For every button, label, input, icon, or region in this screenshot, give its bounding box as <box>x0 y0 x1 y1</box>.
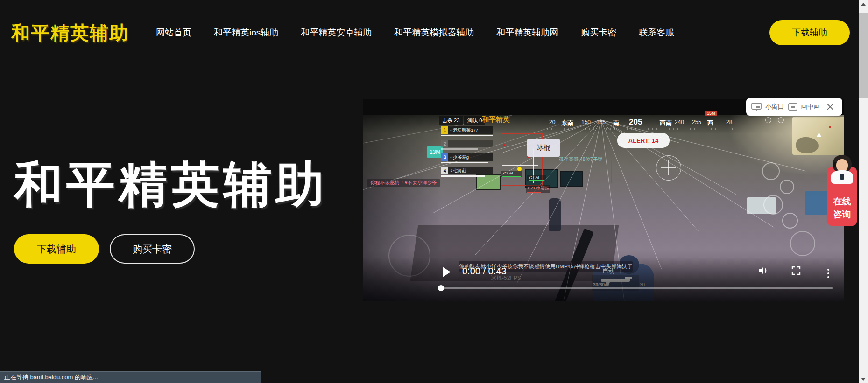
teammate-name: ♂老坛酸菜177 <box>448 126 493 134</box>
teammate-rank: 1 <box>441 126 448 134</box>
teammate-rank: 2 <box>441 140 448 147</box>
enemy-name-tag: 1:21 申请挂 <box>526 185 550 193</box>
scroll-up-button[interactable] <box>859 0 868 8</box>
center-info-text: 孤存哥哥 48位7子弹 <box>559 156 603 163</box>
arrow-up-icon <box>861 3 866 6</box>
pip-label[interactable]: 画中画 <box>801 103 820 111</box>
nav-item-ios[interactable]: 和平精英ios辅助 <box>214 27 278 39</box>
hud-button <box>782 213 798 229</box>
minimap <box>792 117 844 155</box>
minimap-player-marker <box>817 132 821 137</box>
play-icon[interactable] <box>443 267 451 277</box>
nav-item-contact[interactable]: 联系客服 <box>639 27 674 39</box>
compass-ticks <box>547 128 734 130</box>
small-window-label[interactable]: 小窗口 <box>765 103 784 111</box>
consult-label: 在线 咨询 <box>827 195 857 221</box>
compass-heading: 205 <box>629 118 642 127</box>
scrollbar[interactable] <box>859 0 868 383</box>
browser-status-bar: 正在等待 banti.baidu.com 的响应... <box>0 371 261 383</box>
nav-item-emulator[interactable]: 和平精英模拟器辅助 <box>394 27 474 39</box>
service-agent-avatar <box>831 155 853 184</box>
nav-item-android[interactable]: 和平精英安卓辅助 <box>301 27 372 39</box>
teammate-health <box>441 148 478 150</box>
volume-icon[interactable] <box>757 265 769 278</box>
hud-button <box>780 180 794 194</box>
headset-icon <box>833 162 836 167</box>
hero-buttons: 下载辅助 购买卡密 <box>14 234 195 264</box>
avatar-face <box>836 159 848 172</box>
compass-tick: 240 <box>675 119 684 125</box>
minimap-enemy-dot <box>829 126 831 128</box>
nav-item-home[interactable]: 网站首页 <box>156 27 191 39</box>
top-navbar: 和平精英辅助 网站首页 和平精英ios辅助 和平精英安卓辅助 和平精英模拟器辅助… <box>0 0 859 65</box>
site-logo[interactable]: 和平精英辅助 <box>11 20 129 46</box>
compass-w: 西 <box>707 119 713 127</box>
game-top-icons <box>765 117 784 123</box>
nav-item-network[interactable]: 和平精英辅助网 <box>496 27 558 39</box>
teammate-row: 4 ♀七贤莊 <box>441 167 493 177</box>
teammate-health <box>441 162 488 164</box>
teammate-rank: 3 <box>441 153 448 161</box>
crosshair-icon <box>656 155 681 181</box>
scroll-down-button[interactable] <box>859 375 868 383</box>
header-download-button[interactable]: 下载辅助 <box>769 20 850 45</box>
compass-distance-badge: 15M <box>705 111 717 116</box>
left-chat-overlay: 你程不谈感情！♥不要小洋少爷 <box>367 179 440 187</box>
emote-icon <box>765 117 771 123</box>
page: 和平精英辅助 网站首页 和平精英ios辅助 和平精英安卓辅助 和平精英模拟器辅助… <box>0 0 868 383</box>
settings-gear-icon <box>778 117 784 123</box>
video-controls-gradient <box>363 257 844 301</box>
teammate-name: ♀七贤莊 <box>448 167 493 174</box>
video-float-toolbar: 小窗口 画中画 <box>746 98 842 116</box>
teammate-rank: 4 <box>441 167 448 174</box>
nav-item-buy-card[interactable]: 购买卡密 <box>581 27 616 39</box>
compass-sw: 西南 <box>660 119 672 127</box>
compass-tick: 255 <box>692 119 701 125</box>
video-progress-bar[interactable] <box>440 287 833 289</box>
teammate-health <box>441 135 493 137</box>
hud-button <box>762 162 780 180</box>
enemy-health-tag: 7:7 AI <box>527 175 546 181</box>
enemy-health-tag: 7:7 AI <box>501 171 522 177</box>
pip-icon[interactable] <box>788 103 798 111</box>
consult-line1: 在线 <box>827 195 857 208</box>
esp-dot <box>503 144 505 146</box>
progress-handle[interactable] <box>438 285 444 291</box>
compass-s: 南 <box>613 119 619 127</box>
teammate-name: ♂少爷箱g <box>448 153 493 161</box>
hud-button <box>763 195 783 215</box>
cheat-alert-text: ALERT: 14 <box>628 137 658 144</box>
compass-tick: 165 <box>596 119 606 125</box>
teammate-distance-badge: 13M <box>427 146 443 158</box>
esp-enemy-box <box>614 165 625 184</box>
gameplay-video[interactable]: 击杀 23 淘汰 0 和平精英 20 东南 150 165 南 205 西南 2… <box>363 99 844 301</box>
hero-buy-card-button[interactable]: 购买卡密 <box>110 234 195 264</box>
main-nav: 网站首页 和平精英ios辅助 和平精英安卓辅助 和平精英模拟器辅助 和平精英辅助… <box>156 27 674 39</box>
compass-tick: 20 <box>549 119 555 125</box>
teammate-row: 3 ♂少爷箱g <box>441 153 493 163</box>
esp-label-box: 冰棍 <box>527 139 560 157</box>
arrow-down-icon <box>861 378 866 381</box>
hero-title: 和平精英辅助 <box>14 158 328 211</box>
compass-tick: 28 <box>726 119 732 125</box>
avatar-tie <box>840 174 844 180</box>
fullscreen-icon[interactable] <box>791 265 801 278</box>
cheat-alert-box: ALERT: 14 <box>617 133 670 148</box>
teammate-row: 1 ♂老坛酸菜177 <box>441 126 493 136</box>
teammate-name <box>448 140 493 147</box>
video-time: 0:00 / 0:43 <box>462 266 507 277</box>
close-icon[interactable] <box>826 103 834 111</box>
small-window-icon[interactable] <box>751 102 762 111</box>
teammate-health <box>441 175 485 177</box>
esp-enemy-box <box>599 160 612 183</box>
overflow-menu-icon[interactable] <box>826 268 831 279</box>
online-consult-widget[interactable]: 在线 咨询 <box>827 167 857 226</box>
compass-tick: 150 <box>581 119 591 125</box>
compass-se: 东南 <box>561 119 573 127</box>
fire-button <box>790 231 815 256</box>
scrollbar-thumb[interactable] <box>859 13 868 98</box>
hero-download-button[interactable]: 下载辅助 <box>14 234 99 264</box>
teammate-row: 2 <box>441 140 493 150</box>
minimap-terrain <box>796 137 819 153</box>
teammate-list: 1 ♂老坛酸菜177 2 3 ♂少爷箱g <box>441 126 493 181</box>
